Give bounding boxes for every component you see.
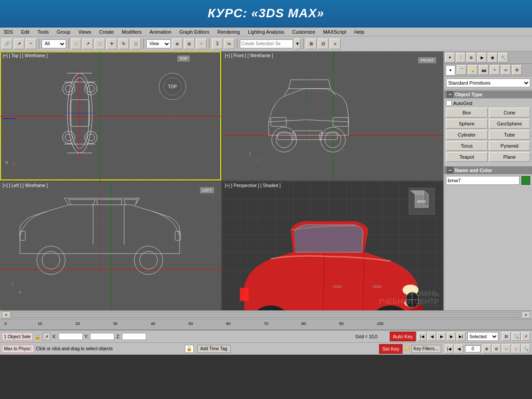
toolbar-scale[interactable]: ◻ [130,39,141,49]
timeline-back-btn[interactable]: < [2,311,11,318]
menu-views[interactable]: Views [77,29,93,35]
anim-step-fwd-btn[interactable]: ▶ [447,332,456,341]
obj-btn-geosphere[interactable]: GeoSphere [489,119,531,129]
obj-btn-tube[interactable]: Tube [489,130,531,140]
toolbar-arrow[interactable]: ↗ [82,39,93,49]
toolbar-extra1[interactable]: ⊞ [306,39,317,49]
key-filters-btn[interactable]: Key Filters… [411,345,441,353]
anim-next-btn[interactable]: ▶| [457,332,466,341]
key-icon[interactable]: 🔑 [404,346,410,351]
menu-graph-editors[interactable]: Graph Editors [177,29,211,35]
name-color-header[interactable]: − Name and Color [444,166,532,174]
object-name-input[interactable] [446,176,520,185]
y-input[interactable] [90,333,114,340]
toolbar-lasso[interactable]: ⬚ [94,39,105,49]
view-nav-3[interactable]: ↔ [502,344,511,353]
panel-tab-utils[interactable]: 🔧 [498,53,508,63]
viewport-left[interactable]: [+] [ Left ] [ Wireframe ] Z Y [0,181,221,310]
panel-subtab-cameras[interactable]: 📷 [479,65,489,75]
menu-edit[interactable]: Edit [19,29,31,35]
viewport-perspective[interactable]: [+] [ Perspective ] [ Shaded ] [222,181,443,310]
view-nav-1[interactable]: ⊕ [482,344,491,353]
toolbar-extra3[interactable]: ≡ [330,39,340,49]
viewport-top[interactable]: Y X [+] [ Top ] [ Wireframe ] TOP [0,51,221,180]
menu-3ds[interactable]: 3DS [2,29,15,35]
menu-maxscript[interactable]: MAXScript [321,29,348,35]
nav-btn3[interactable]: ↗ [521,332,530,341]
nav-btn1[interactable]: ⊞ [502,332,511,341]
toolbar-magnet-btn[interactable]: ~ [26,39,36,49]
anim-step-back-btn[interactable]: ◀ [427,332,436,341]
obj-btn-plane[interactable]: Plane [489,152,531,162]
obj-btn-pyramid[interactable]: Pyramid [489,141,531,151]
toolbar-view-dropdown[interactable]: View [146,39,171,48]
pb-btn2[interactable]: ◀ [454,344,463,353]
toolbar-filter-dropdown[interactable]: All [42,39,66,48]
selected-dropdown[interactable]: Selected All None [467,332,498,341]
obj-btn-cylinder[interactable]: Cylinder [446,130,488,140]
view-nav-2[interactable]: ⊘ [492,344,501,353]
autogrid-checkbox[interactable] [446,100,452,106]
panel-tab-display[interactable]: ◉ [488,53,497,63]
panel-tab-hierarchy[interactable]: ⊕ [466,53,476,63]
x-input[interactable] [59,333,83,340]
obj-btn-teapot[interactable]: Teapot [446,152,488,162]
panel-subtab-helpers[interactable]: + [490,65,500,75]
toolbar-extra2[interactable]: ⊟ [318,39,329,49]
panel-tab-create[interactable]: ✦ [445,53,455,63]
view-nav-4[interactable]: ↕ [512,344,520,353]
toolbar-snap-toggle[interactable]: ⊞ [184,39,195,49]
autogrid-checkbox-label[interactable]: AutoGrid [446,100,472,106]
z-input[interactable] [122,333,146,340]
obj-btn-torus[interactable]: Torus [446,141,488,151]
lock-icon[interactable]: 🔒 [35,334,41,340]
panel-subtab-spacewarps[interactable]: ∞ [501,65,511,75]
add-time-tag-btn[interactable]: Add Time Tag [197,345,231,353]
toolbar-rotate[interactable]: ↻ [118,39,129,49]
panel-subtab-shapes[interactable]: ⌒ [457,65,466,75]
pb-btn1[interactable]: |◀ [445,344,454,353]
toolbar-percent[interactable]: % [224,39,235,49]
select-icon-btn[interactable]: ↗ [43,332,51,340]
toolbar-move[interactable]: ✛ [106,39,117,49]
anim-prev-btn[interactable]: |◀ [418,332,426,341]
anim-play-btn[interactable]: ▶ [437,332,446,341]
timeline-fwd-btn[interactable]: > [521,311,530,318]
primitives-dropdown[interactable]: Standard Primitives Extended Primitives … [446,78,530,87]
timeline-track[interactable] [12,312,520,318]
menu-create[interactable]: Create [98,29,116,35]
menu-lighting[interactable]: Lighting Analysis [246,29,286,35]
menu-animation[interactable]: Animation [148,29,173,35]
view-cube[interactable]: BMW [409,188,434,215]
object-type-collapse[interactable]: − [447,91,453,98]
toolbar-snap-up[interactable]: ↑ [196,39,207,49]
view-nav-5[interactable]: 🔍 [521,344,530,353]
menu-group[interactable]: Group [55,29,72,35]
nav-btn2[interactable]: 🔍 [512,332,520,341]
panel-subtab-geometry[interactable]: ● [446,65,455,75]
menu-tools[interactable]: Tools [35,29,51,35]
set-key-btn[interactable]: Set Key [379,344,403,354]
panel-tab-modify[interactable]: ⋮ [456,53,466,63]
name-color-collapse[interactable]: − [447,167,453,173]
toolbar-select-region[interactable]: ⬚ [71,39,81,49]
object-type-header[interactable]: − Object Type [444,90,532,98]
obj-btn-sphere[interactable]: Sphere [446,119,488,129]
toolbar-link-btn[interactable]: 🔗 [2,39,12,49]
menu-customize[interactable]: Customize [290,29,317,35]
menu-help[interactable]: Help [352,29,366,35]
toolbar-create-selection-input[interactable] [240,39,293,48]
panel-tab-motion[interactable]: ▶ [477,53,487,63]
toolbar-dropdown-arrow[interactable]: ▼ [294,39,301,49]
panel-subtab-systems[interactable]: ⚙ [512,65,522,75]
obj-btn-box[interactable]: Box [446,108,488,117]
auto-key-btn[interactable]: Auto Key [390,332,416,341]
viewport-front[interactable]: [+] [ Front ] [ Wireframe ] Z X [222,51,443,180]
toolbar-pivot[interactable]: ⊕ [172,39,183,49]
panel-subtab-lights[interactable]: 💡 [468,65,477,75]
frame-input[interactable] [465,345,481,352]
menu-modifiers[interactable]: Modifiers [120,29,144,35]
menu-rendering[interactable]: Rendering [215,29,242,35]
object-color-swatch[interactable] [521,176,530,185]
toolbar-num1[interactable]: 3 [212,39,223,49]
